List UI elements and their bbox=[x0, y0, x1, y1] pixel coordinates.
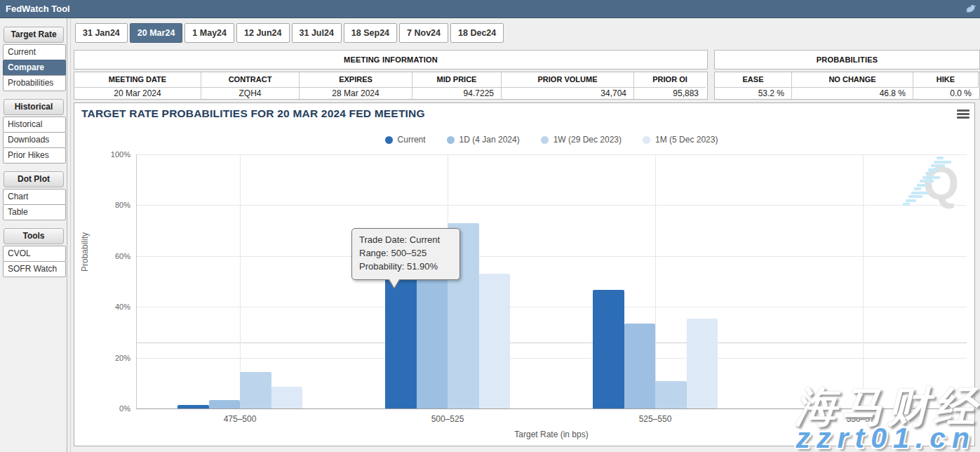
bar-1d-475-500[interactable] bbox=[209, 400, 241, 408]
prob-value-ease: 53.2 % bbox=[715, 88, 792, 99]
category-label-500-525: 500–525 bbox=[344, 414, 551, 424]
sidebar: Target RateCurrentCompareProbabilitiesHi… bbox=[0, 18, 67, 452]
bar-1m-525-550[interactable] bbox=[687, 319, 718, 408]
bar-current-525-550[interactable] bbox=[593, 290, 624, 408]
tab-31-jan24[interactable]: 31 Jan24 bbox=[75, 23, 128, 43]
meeting-value-contract: ZQH4 bbox=[201, 88, 300, 99]
logo-dash bbox=[914, 187, 921, 190]
bar-1m-500-525[interactable] bbox=[479, 274, 511, 408]
meeting-value-prior-volume: 34,704 bbox=[502, 88, 634, 99]
app-title: FedWatch Tool bbox=[6, 0, 70, 18]
chart-menu-icon[interactable] bbox=[957, 109, 969, 120]
y-axis-label: Probability bbox=[80, 232, 90, 272]
tab-7-nov24[interactable]: 7 Nov24 bbox=[399, 23, 448, 43]
tab-1-may24[interactable]: 1 May24 bbox=[184, 23, 234, 43]
y-tick-80: 80% bbox=[102, 201, 130, 209]
bar-1m-475-500[interactable] bbox=[271, 387, 303, 408]
meeting-header-prior-volume: PRIOR VOLUME bbox=[502, 72, 634, 88]
sidebar-item-sofr-watch[interactable]: SOFR Watch bbox=[3, 261, 66, 277]
tab-18-dec24[interactable]: 18 Dec24 bbox=[450, 23, 504, 43]
logo-dash bbox=[928, 168, 939, 171]
tooltip-probability: Probability: 51.90% bbox=[359, 260, 452, 274]
logo-dash bbox=[931, 164, 945, 167]
logo-dash bbox=[908, 195, 922, 198]
meeting-value-expires: 28 Mar 2024 bbox=[300, 88, 412, 99]
logo-dash bbox=[922, 176, 940, 179]
tab-20-mar24[interactable]: 20 Mar24 bbox=[130, 23, 183, 43]
sidebar-item-downloads[interactable]: Downloads bbox=[3, 132, 66, 148]
bar-current-500-525[interactable] bbox=[385, 277, 417, 408]
meeting-header-prior-oi: PRIOR OI bbox=[634, 72, 706, 88]
meeting-header-mid-price: MID PRICE bbox=[412, 72, 502, 88]
quikstrike-logo: Q bbox=[901, 154, 963, 208]
sidebar-header-tools[interactable]: Tools bbox=[4, 228, 64, 244]
legend-dot bbox=[447, 136, 455, 144]
gridline-h-40 bbox=[136, 307, 967, 307]
crosshair-line bbox=[136, 343, 967, 343]
prob-header-ease: EASE bbox=[715, 72, 792, 88]
tab-31-jul24[interactable]: 31 Jul24 bbox=[292, 23, 342, 43]
sidebar-item-probabilities[interactable]: Probabilities bbox=[3, 75, 66, 91]
bar-current-475-500[interactable] bbox=[177, 405, 209, 408]
chart-legend: Current1D (4 Jan 2024)1W (29 Dec 2023)1M… bbox=[136, 135, 967, 145]
sidebar-header-target-rate[interactable]: Target Rate bbox=[4, 27, 64, 43]
gridline-h-60 bbox=[136, 256, 967, 257]
sidebar-item-cvol[interactable]: CVOL bbox=[3, 246, 66, 262]
gridline-h-20 bbox=[136, 358, 967, 359]
bar-1w-475-500[interactable] bbox=[240, 372, 271, 408]
legend-label: 1D (4 Jan 2024) bbox=[459, 135, 520, 145]
y-tick-60: 60% bbox=[102, 252, 130, 260]
meeting-info-title: MEETING INFORMATION bbox=[74, 50, 708, 69]
sidebar-item-table[interactable]: Table bbox=[3, 204, 66, 220]
meeting-header-contract: CONTRACT bbox=[201, 72, 300, 88]
sidebar-header-historical[interactable]: Historical bbox=[4, 99, 64, 115]
logo-dash bbox=[937, 157, 944, 159]
logo-dash bbox=[903, 203, 910, 206]
category-label-475-500: 475–500 bbox=[136, 414, 344, 424]
chart-title: TARGET RATE PROBABILITIES FOR 20 MAR 202… bbox=[81, 107, 425, 120]
prob-header-no-change: NO CHANGE bbox=[792, 72, 913, 88]
tooltip-trade-date: Trade Date: Current bbox=[359, 234, 452, 247]
logo-dash bbox=[917, 184, 927, 187]
sidebar-section-historical: HistoricalHistoricalDownloadsPrior Hikes bbox=[0, 99, 67, 164]
legend-item-1w[interactable]: 1W (29 Dec 2023) bbox=[541, 135, 622, 145]
sidebar-item-historical[interactable]: Historical bbox=[3, 117, 66, 133]
y-tick-100: 100% bbox=[102, 150, 130, 159]
tab-12-jun24[interactable]: 12 Jun24 bbox=[236, 23, 290, 43]
probabilities-table: PROBABILITIES EASENO CHANGEHIKE53.2 %46.… bbox=[714, 50, 980, 100]
bar-1d-525-550[interactable] bbox=[624, 324, 656, 408]
legend-dot bbox=[385, 136, 393, 144]
logo-dash bbox=[934, 161, 951, 164]
meeting-header-meeting-date: MEETING DATE bbox=[74, 72, 201, 88]
tab-18-sep24[interactable]: 18 Sep24 bbox=[344, 23, 397, 43]
probabilities-title: PROBABILITIES bbox=[714, 50, 980, 69]
gridline-h-100 bbox=[136, 154, 967, 155]
legend-dot bbox=[541, 136, 549, 144]
y-tick-20: 20% bbox=[102, 354, 130, 362]
sidebar-item-prior-hikes[interactable]: Prior Hikes bbox=[3, 147, 66, 164]
sidebar-header-dot-plot[interactable]: Dot Plot bbox=[4, 171, 64, 187]
tooltip-range: Range: 500–525 bbox=[359, 247, 452, 260]
prob-header-hike: HIKE bbox=[913, 72, 979, 88]
sidebar-item-compare[interactable]: Compare bbox=[3, 60, 66, 76]
bar-1w-525-550[interactable] bbox=[655, 381, 687, 408]
legend-item-1m[interactable]: 1M (5 Dec 2023) bbox=[643, 135, 718, 145]
gridline-v-525-550 bbox=[655, 154, 656, 408]
twitter-bird-icon[interactable] bbox=[965, 2, 977, 15]
meeting-date-tabs: 31 Jan2420 Mar241 May2412 Jun2431 Jul241… bbox=[75, 23, 504, 43]
meeting-value-meeting-date: 20 Mar 2024 bbox=[74, 88, 201, 99]
logo-dash bbox=[906, 199, 916, 202]
sidebar-section-target-rate: Target RateCurrentCompareProbabilities bbox=[0, 27, 67, 91]
meeting-value-prior-oi: 95,883 bbox=[634, 88, 706, 99]
chart-tooltip: Trade Date: Current Range: 500–525 Proba… bbox=[351, 228, 460, 280]
bar-1d-500-525[interactable] bbox=[417, 277, 448, 408]
legend-item-1d[interactable]: 1D (4 Jan 2024) bbox=[447, 135, 520, 145]
sidebar-item-current[interactable]: Current bbox=[3, 44, 66, 60]
prob-value-hike: 0.0 % bbox=[913, 88, 979, 99]
gridline-v-475-500 bbox=[240, 154, 241, 408]
legend-label: Current bbox=[398, 135, 426, 145]
legend-item-current[interactable]: Current bbox=[385, 135, 426, 145]
sidebar-item-chart[interactable]: Chart bbox=[3, 189, 66, 205]
sidebar-section-dot-plot: Dot PlotChartTable bbox=[0, 171, 67, 220]
y-tick-0: 0% bbox=[102, 404, 130, 413]
